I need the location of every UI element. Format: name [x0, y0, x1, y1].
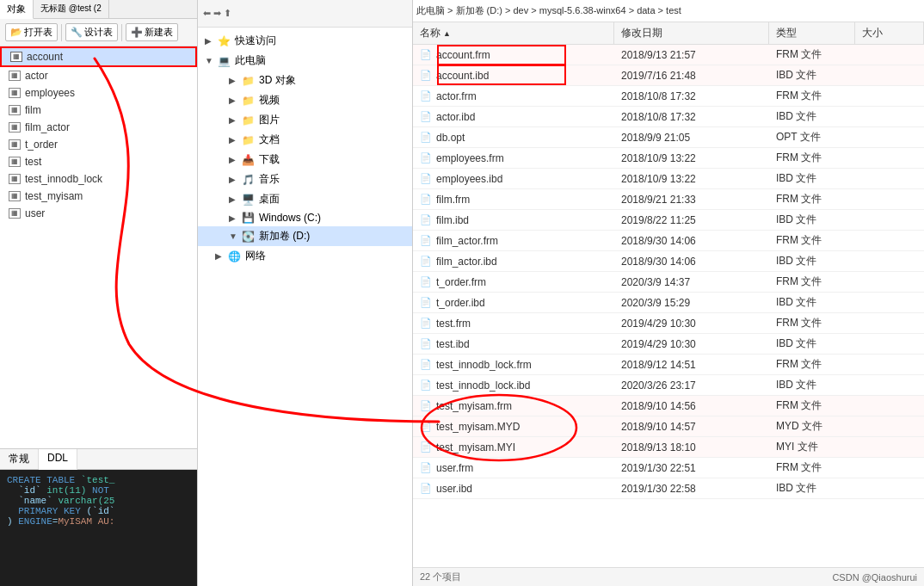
network-icon: 🌐	[228, 250, 241, 262]
file-type: IBD 文件	[776, 295, 816, 310]
object-tab[interactable]: 对象	[0, 0, 34, 19]
drive-c-icon: 💾	[242, 212, 255, 224]
pictures-item[interactable]: ▶ 📁 图片	[198, 110, 412, 130]
table-row[interactable]: 📄 user.frm 2019/1/30 22:51 FRM 文件	[413, 458, 924, 478]
col-size[interactable]: 大小	[855, 22, 924, 44]
music-item[interactable]: ▶ 🎵 音乐	[198, 170, 412, 189]
bottom-panel: 常规 DDL CREATE TABLE `test_ `id` int(11) …	[0, 448, 197, 586]
drive-c-label: Windows (C:)	[259, 212, 321, 224]
desktop-item[interactable]: ▶ 🖥️ 桌面	[198, 189, 412, 209]
folder-music-icon: 🎵	[242, 174, 255, 186]
table-row[interactable]: 📄 account.frm 2018/9/13 21:57 FRM 文件	[413, 45, 924, 65]
table-row[interactable]: 📄 db.opt 2018/9/9 21:05 OPT 文件	[413, 127, 924, 148]
this-pc-item[interactable]: ▼ 💻 此电脑	[198, 51, 412, 71]
new-table-btn[interactable]: ➕ 新建表	[126, 23, 178, 41]
file-name-cell: 📄 test_myisam.MYD	[413, 416, 614, 436]
table-item-film_actor[interactable]: ▦ film_actor	[0, 119, 197, 136]
file-type-icon: 📄	[420, 338, 432, 349]
table-row[interactable]: 📄 film.ibd 2019/8/22 11:25 IBD 文件	[413, 210, 924, 231]
videos-item[interactable]: ▶ 📁 视频	[198, 90, 412, 110]
file-type-icon: 📄	[420, 173, 432, 184]
3d-objects-item[interactable]: ▶ 📁 3D 对象	[198, 71, 412, 90]
table-row[interactable]: 📄 employees.frm 2018/10/9 13:22 FRM 文件	[413, 148, 924, 169]
file-type-cell: FRM 文件	[769, 458, 855, 478]
drive-c-item[interactable]: ▶ 💾 Windows (C:)	[198, 209, 412, 226]
table-row[interactable]: 📄 film.frm 2018/9/21 21:33 FRM 文件	[413, 189, 924, 210]
table-row[interactable]: 📄 test_myisam.MYI 2018/9/13 18:10 MYI 文件	[413, 437, 924, 458]
new-table-icon: ➕	[131, 27, 143, 38]
expand-3d-icon: ▶	[229, 76, 237, 85]
design-table-btn[interactable]: 🔧 设计表	[65, 23, 118, 41]
left-panel: 对象 无标题 @test (2 📂 打开表 🔧 设计表 ➕ 新建表	[0, 0, 198, 586]
quick-access-label: 快速访问	[235, 34, 276, 48]
table-item-user[interactable]: ▦ user	[0, 205, 197, 222]
table-row[interactable]: 📄 account.ibd 2019/7/16 21:48 IBD 文件	[413, 65, 924, 86]
expand-net-icon: ▶	[215, 251, 224, 261]
table-item-test[interactable]: ▦ test	[0, 153, 197, 170]
documents-item[interactable]: ▶ 📁 文档	[198, 130, 412, 150]
file-date: 2019/7/16 21:48	[621, 70, 696, 82]
file-type: IBD 文件	[776, 68, 816, 83]
table-item-employees[interactable]: ▦ employees	[0, 84, 197, 102]
table-row[interactable]: 📄 actor.frm 2018/10/8 17:32 FRM 文件	[413, 86, 924, 107]
tab-ddl[interactable]: DDL	[39, 449, 77, 470]
address-path: 此电脑 > 新加卷 (D:) > dev > mysql-5.6.38-winx…	[416, 4, 681, 17]
file-name-cell: 📄 account.ibd	[413, 65, 614, 85]
col-date[interactable]: 修改日期	[614, 22, 769, 44]
table-item-actor[interactable]: ▦ actor	[0, 67, 197, 84]
table-item-t_order[interactable]: ▦ t_order	[0, 136, 197, 153]
file-type-icon: 📄	[420, 256, 432, 267]
table-row[interactable]: 📄 test_innodb_lock.ibd 2020/3/26 23:17 I…	[413, 375, 924, 396]
col-type[interactable]: 类型	[769, 22, 855, 44]
tab-overview[interactable]: 常规	[0, 449, 39, 469]
file-type-icon: 📄	[420, 90, 432, 102]
file-date: 2018/9/21 21:33	[621, 194, 696, 206]
file-type-cell: IBD 文件	[769, 251, 855, 271]
table-item-test_innodb_lock[interactable]: ▦ test_innodb_lock	[0, 170, 197, 188]
file-name: film_actor.ibd	[436, 256, 497, 268]
table-row[interactable]: 📄 film_actor.ibd 2018/9/30 14:06 IBD 文件	[413, 251, 924, 272]
file-type-cell: FRM 文件	[769, 396, 855, 416]
file-type-icon: 📄	[420, 483, 432, 494]
table-row[interactable]: 📄 t_order.ibd 2020/3/9 15:29 IBD 文件	[413, 293, 924, 313]
table-row[interactable]: 📄 film_actor.frm 2018/9/30 14:06 FRM 文件	[413, 231, 924, 251]
table-row[interactable]: 📄 actor.ibd 2018/10/8 17:32 IBD 文件	[413, 107, 924, 127]
open-table-btn[interactable]: 📂 打开表	[5, 23, 58, 41]
file-size-cell	[855, 65, 924, 85]
file-date: 2020/3/26 23:17	[621, 379, 696, 392]
table-row[interactable]: 📄 user.ibd 2019/1/30 22:58 IBD 文件	[413, 478, 924, 499]
quick-access-item[interactable]: ▶ ⭐ 快速访问	[198, 31, 412, 51]
table-row[interactable]: 📄 test_myisam.frm 2018/9/10 14:56 FRM 文件	[413, 396, 924, 416]
file-type-icon: 📄	[420, 235, 432, 246]
table-grid-icon-test: ▦	[9, 157, 21, 167]
table-item-account[interactable]: ▦ account	[0, 46, 197, 67]
col-name[interactable]: 名称 ▲	[413, 22, 614, 44]
file-name: actor.ibd	[436, 111, 475, 123]
table-item-test_myisam[interactable]: ▦ test_myisam	[0, 188, 197, 205]
downloads-item[interactable]: ▶ 📥 下载	[198, 150, 412, 170]
table-row[interactable]: 📄 t_order.frm 2020/3/9 14:37 FRM 文件	[413, 272, 924, 293]
file-name-cell: 📄 test.frm	[413, 313, 614, 333]
file-name: user.frm	[436, 462, 473, 474]
3d-objects-label: 3D 对象	[259, 73, 296, 88]
drive-d-item[interactable]: ▼ 💽 新加卷 (D:)	[198, 226, 412, 246]
table-row[interactable]: 📄 test_myisam.MYD 2018/9/10 14:57 MYD 文件	[413, 416, 924, 437]
file-size-cell	[855, 86, 924, 106]
file-type: FRM 文件	[776, 274, 822, 289]
file-name-cell: 📄 t_order.frm	[413, 272, 614, 292]
table-row[interactable]: 📄 test_innodb_lock.frm 2018/9/12 14:51 F…	[413, 355, 924, 375]
table-item-film[interactable]: ▦ film	[0, 102, 197, 119]
file-type-cell: MYI 文件	[769, 437, 855, 457]
file-date-cell: 2019/4/29 10:30	[614, 334, 769, 354]
file-size-cell	[855, 416, 924, 436]
table-row[interactable]: 📄 test.frm 2019/4/29 10:30 FRM 文件	[413, 313, 924, 334]
folder-pic-icon: 📁	[242, 114, 255, 126]
file-date-cell: 2018/10/8 17:32	[614, 86, 769, 106]
table-row[interactable]: 📄 employees.ibd 2018/10/9 13:22 IBD 文件	[413, 169, 924, 189]
table-row[interactable]: 📄 test.ibd 2019/4/29 10:30 IBD 文件	[413, 334, 924, 355]
file-name: film.frm	[436, 194, 470, 206]
file-name: film_actor.frm	[436, 235, 498, 247]
db-tab[interactable]: 无标题 @test (2	[34, 0, 109, 18]
network-item[interactable]: ▶ 🌐 网络	[198, 246, 412, 266]
table-grid-icon-film: ▦	[9, 105, 21, 115]
